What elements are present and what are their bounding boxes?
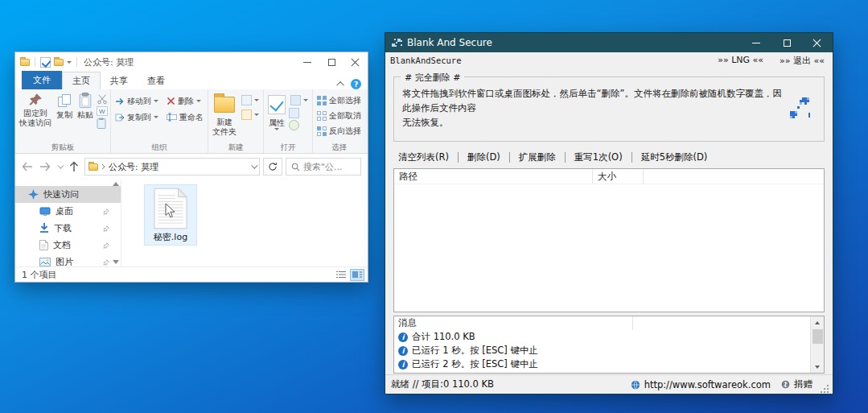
move-to-button[interactable]: 移动到 bbox=[113, 94, 160, 108]
file-list-pane[interactable]: 秘密.log bbox=[121, 180, 368, 266]
table-header-row: 路径 大小 bbox=[394, 169, 824, 184]
help-icon[interactable] bbox=[351, 79, 361, 89]
tab-home[interactable]: 主页 bbox=[62, 72, 101, 89]
qat-customize-arrow-icon[interactable] bbox=[67, 61, 72, 64]
move-to-icon bbox=[115, 97, 125, 106]
address-box[interactable]: 公众号: 莫理 bbox=[84, 158, 260, 176]
group-label-new: 新建 bbox=[211, 141, 261, 153]
recent-locations-dropdown-icon[interactable] bbox=[56, 159, 64, 175]
copy-to-button[interactable]: 复制到 bbox=[113, 110, 160, 124]
groupbox-text-line1: 将文件拖拽到软件窗口或桌面图标处，然后单击“删除”。文件将在删除前被随机数字覆盖… bbox=[402, 87, 788, 116]
item-count: 1 个项目 bbox=[22, 269, 57, 281]
sidebar-scrollbar[interactable] bbox=[111, 180, 121, 266]
bas-titlebar: Blank And Secure bbox=[385, 33, 833, 52]
document-icon bbox=[39, 240, 48, 250]
breadcrumb-path[interactable]: 公众号: 莫理 bbox=[109, 161, 248, 173]
explorer-minimize-button[interactable] bbox=[295, 52, 319, 72]
column-header-path[interactable]: 路径 bbox=[394, 169, 593, 184]
explorer-close-button[interactable] bbox=[343, 52, 368, 72]
menu-exit[interactable]: »» 退出 «« bbox=[780, 55, 825, 67]
desktop: 公众号: 莫理 文件 主页 共享 查看 bbox=[0, 0, 868, 413]
mouse-cursor bbox=[164, 203, 176, 219]
resize-grip[interactable] bbox=[820, 384, 829, 394]
menu-language[interactable]: »» LNG «« bbox=[718, 55, 763, 67]
sidebar-item-documents[interactable]: 文档 bbox=[15, 237, 121, 254]
delete-button[interactable]: 删除 bbox=[165, 94, 203, 108]
qat-properties-icon[interactable] bbox=[40, 57, 51, 68]
cut-icon[interactable] bbox=[97, 93, 108, 105]
new-item-button[interactable] bbox=[240, 93, 261, 106]
bas-maximize-button[interactable] bbox=[771, 33, 802, 52]
bas-menubar: BlankAndSecure »» LNG «« »» 退出 «« bbox=[385, 52, 833, 68]
refresh-button[interactable] bbox=[263, 158, 282, 176]
file-item-selected[interactable]: 秘密.log bbox=[144, 184, 197, 246]
tab-share[interactable]: 共享 bbox=[101, 72, 138, 89]
sidebar-item-pictures[interactable]: 图片 bbox=[15, 254, 121, 266]
collapse-ribbon-icon[interactable] bbox=[336, 81, 344, 89]
forward-button[interactable] bbox=[38, 159, 52, 175]
extended-delete-button[interactable]: 扩展删除 bbox=[514, 150, 561, 165]
edit-icon[interactable] bbox=[289, 108, 299, 118]
blank-and-secure-window: Blank And Secure BlankAndSecure »» LNG «… bbox=[385, 32, 833, 394]
copy-icon bbox=[56, 93, 72, 109]
ribbon-group-organize: 移动到 删除 bbox=[111, 89, 208, 153]
sidebar-item-desktop[interactable]: 桌面 bbox=[15, 203, 121, 220]
scroll-up-icon[interactable] bbox=[811, 316, 824, 328]
new-folder-button[interactable]: 新建 文件夹 bbox=[211, 91, 238, 138]
bas-minimize-button[interactable] bbox=[741, 33, 771, 52]
message-scrollbar[interactable] bbox=[810, 316, 824, 373]
delayed-delete-button[interactable]: 延时5秒删除(D) bbox=[636, 150, 713, 165]
website-link[interactable]: http://www.softwareok.com bbox=[644, 379, 771, 390]
sidebar-item-downloads[interactable]: 下载 bbox=[15, 220, 121, 237]
rename-button[interactable]: 重命名 bbox=[165, 110, 205, 124]
explorer-maximize-button[interactable] bbox=[319, 52, 343, 72]
overwrite-once-button[interactable]: 重写1次(O) bbox=[570, 150, 627, 165]
column-header-message[interactable]: 消息 bbox=[394, 316, 633, 330]
paste-button[interactable]: 粘贴 bbox=[76, 91, 95, 122]
easy-access-button[interactable] bbox=[240, 108, 261, 121]
select-all-button[interactable]: 全部选择 bbox=[315, 93, 363, 107]
select-none-button[interactable]: 全部取消 bbox=[315, 109, 363, 122]
thumbnail-view-button[interactable] bbox=[350, 269, 364, 281]
back-button[interactable] bbox=[20, 159, 35, 175]
sidebar-item-quick-access[interactable]: 快速访问 bbox=[15, 186, 121, 203]
pin-to-quick-access-button[interactable]: 固定到 快速访问 bbox=[18, 91, 53, 130]
tab-file[interactable]: 文件 bbox=[22, 71, 62, 89]
message-panel: 消息 合计 110.0 KB 已运行 1 秒。按 [ESC] 键中止 已运行 2… bbox=[393, 316, 825, 374]
tab-view[interactable]: 查看 bbox=[138, 72, 175, 89]
column-header-size[interactable]: 大小 bbox=[593, 169, 644, 184]
qat-new-folder-icon[interactable] bbox=[54, 59, 64, 66]
open-button[interactable] bbox=[289, 93, 310, 106]
history-icon[interactable] bbox=[289, 120, 299, 130]
scroll-up-icon[interactable] bbox=[113, 182, 119, 186]
copy-path-icon[interactable]: W bbox=[97, 106, 108, 116]
copy-to-icon bbox=[115, 113, 125, 122]
search-input[interactable]: 搜索"公... bbox=[286, 158, 361, 176]
invert-selection-button[interactable]: 反向选择 bbox=[315, 124, 363, 138]
delete-button[interactable]: 删除(D) bbox=[463, 150, 505, 165]
scrollbar-thumb[interactable] bbox=[812, 329, 823, 344]
address-dropdown-icon[interactable] bbox=[251, 162, 257, 168]
download-icon bbox=[39, 223, 49, 233]
paste-shortcut-icon[interactable] bbox=[97, 118, 108, 129]
scroll-down-icon[interactable] bbox=[113, 260, 119, 264]
message-row-partial bbox=[394, 371, 810, 373]
message-list[interactable]: 消息 合计 110.0 KB 已运行 1 秒。按 [ESC] 键中止 已运行 2… bbox=[394, 316, 810, 373]
info-icon bbox=[398, 332, 408, 342]
status-ready-text: 就绪 // 项目:0 110.0 KB bbox=[391, 378, 494, 390]
file-drop-table[interactable]: 路径 大小 bbox=[393, 168, 825, 312]
bas-app-name: BlankAndSecure bbox=[390, 56, 462, 65]
group-label-clipboard: 剪贴板 bbox=[18, 141, 108, 153]
bas-close-button[interactable] bbox=[802, 33, 833, 52]
scroll-down-icon[interactable] bbox=[811, 361, 824, 373]
copy-button[interactable]: 复制 bbox=[55, 91, 74, 122]
details-view-button[interactable] bbox=[334, 269, 348, 281]
search-icon bbox=[291, 163, 300, 171]
clear-list-button[interactable]: 清空列表(R) bbox=[393, 150, 454, 165]
up-button[interactable] bbox=[67, 159, 81, 175]
groupbox-title: # 完全删除 # bbox=[401, 71, 464, 85]
search-placeholder: 搜索"公... bbox=[303, 161, 343, 173]
donate-link[interactable]: 捐赠 bbox=[794, 378, 812, 390]
pin-icon bbox=[103, 225, 109, 232]
properties-button[interactable]: 属性 bbox=[266, 91, 287, 132]
